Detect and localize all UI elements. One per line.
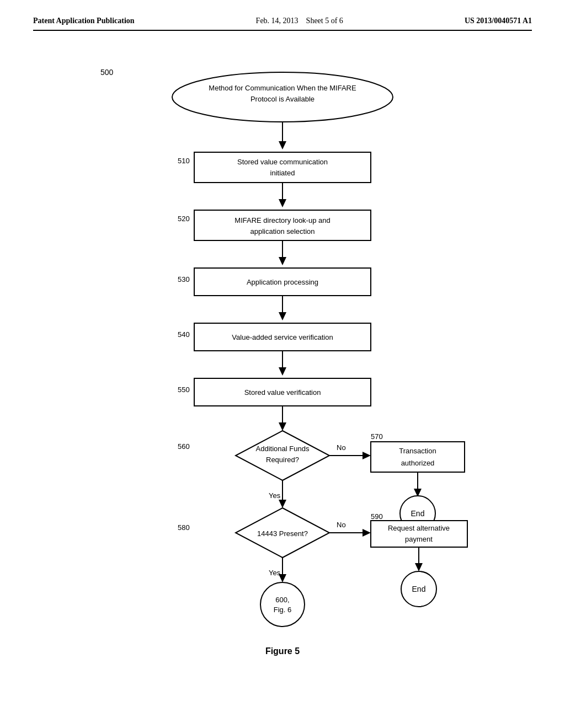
start-ellipse-line2: Protocol is Available <box>250 95 315 103</box>
node-600-line1: 600, <box>275 596 289 604</box>
header-right: US 2013/0040571 A1 <box>465 17 532 25</box>
svg-marker-20 <box>363 452 371 459</box>
node-label-560: 560 <box>178 442 190 451</box>
svg-marker-26 <box>279 500 286 508</box>
svg-rect-6 <box>194 210 371 240</box>
svg-marker-11 <box>279 312 286 320</box>
node-550: Stored value verification <box>244 388 321 397</box>
node-label-520: 520 <box>178 215 190 223</box>
node-560-line1: Additional Funds <box>256 445 310 453</box>
node-label-540: 540 <box>178 330 190 339</box>
node-600-line2: Fig. 6 <box>274 606 292 614</box>
node-label-580: 580 <box>178 523 190 532</box>
end2-label: End <box>412 585 426 593</box>
node-580: 14443 Present? <box>257 529 308 538</box>
yes-label-560: Yes <box>269 491 281 500</box>
svg-marker-5 <box>279 199 286 207</box>
figure-caption: Figure 5 <box>265 646 300 656</box>
header-center: Feb. 14, 2013 Sheet 5 of 6 <box>256 17 343 25</box>
svg-marker-2 <box>279 141 286 149</box>
svg-marker-32 <box>415 563 423 571</box>
svg-marker-14 <box>279 367 286 376</box>
svg-rect-3 <box>194 152 371 183</box>
svg-point-36 <box>260 582 305 627</box>
no-label-580: No <box>337 521 346 529</box>
yes-label-580: Yes <box>269 569 281 577</box>
node-590-line2: payment <box>405 535 433 543</box>
start-ellipse-line1: Method for Communication When the MIFARE <box>209 84 356 92</box>
header-date: Feb. 14, 2013 <box>256 17 299 25</box>
end1-label: End <box>411 509 425 518</box>
node-510-line2: initiated <box>270 169 295 177</box>
svg-marker-17 <box>279 422 286 431</box>
header-sheet: Sheet 5 of 6 <box>306 17 343 25</box>
node-520-line1: MIFARE directory look-up and <box>234 216 330 224</box>
node-570-line1: Transaction <box>399 447 436 455</box>
page-header: Patent Application Publication Feb. 14, … <box>33 17 532 31</box>
node-label-550: 550 <box>178 386 190 394</box>
node-label-590: 590 <box>371 512 383 521</box>
svg-marker-8 <box>279 257 286 265</box>
header-left: Patent Application Publication <box>33 17 135 25</box>
no-label-560: No <box>337 443 346 452</box>
node-590-line1: Request alternative <box>388 524 450 532</box>
node-570-line2: authorized <box>401 459 435 467</box>
flowchart-svg: 500 Method for Communication When the MI… <box>73 53 492 704</box>
node-520-line2: application selection <box>250 227 315 235</box>
fig-number-500: 500 <box>100 68 114 77</box>
diagram-container: 500 Method for Communication When the MI… <box>73 53 492 706</box>
svg-marker-29 <box>363 529 371 537</box>
node-label-530: 530 <box>178 275 190 283</box>
node-530: Application processing <box>247 278 318 286</box>
node-label-570: 570 <box>371 432 383 441</box>
node-label-510: 510 <box>178 157 190 165</box>
node-540: Value-added service verification <box>232 333 333 341</box>
node-560-line2: Required? <box>266 456 299 464</box>
node-510-line1: Stored value communication <box>237 158 328 166</box>
page: Patent Application Publication Feb. 14, … <box>0 0 565 728</box>
